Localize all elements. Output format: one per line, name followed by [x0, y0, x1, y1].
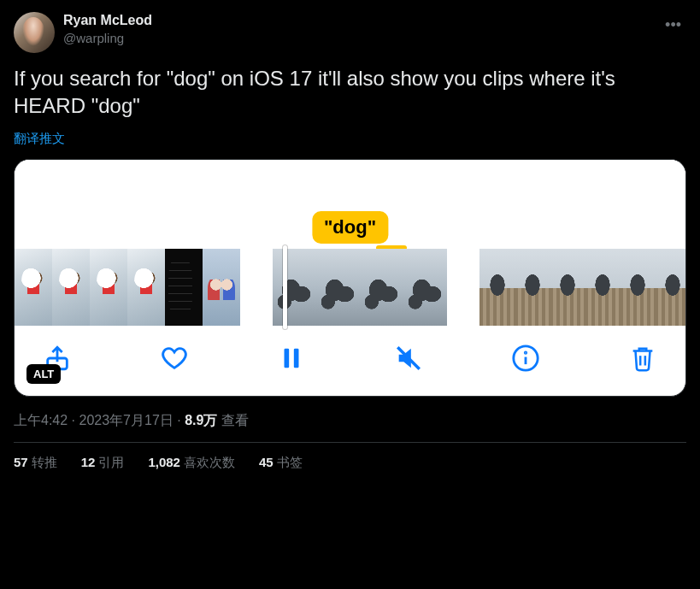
delete-button[interactable] [626, 341, 660, 375]
info-icon [511, 344, 540, 373]
quotes-label: 引用 [98, 455, 124, 469]
media-top-area: "dog" [15, 160, 685, 249]
bookmarks-label: 书签 [277, 455, 303, 469]
ellipsis-icon: ••• [665, 16, 681, 33]
quotes-count: 12 [81, 455, 96, 469]
timeline-frame [620, 249, 655, 326]
playhead[interactable] [283, 245, 287, 329]
pause-icon [277, 344, 306, 373]
svg-rect-2 [294, 348, 299, 368]
tweet-container: Ryan McLeod @warpling ••• If you search … [0, 0, 700, 483]
caption-label: "dog" [312, 211, 388, 244]
handle: @warpling [63, 30, 152, 47]
trash-icon [628, 344, 657, 373]
likes-count: 1,082 [148, 455, 180, 469]
media-card[interactable]: "dog" [14, 159, 686, 397]
tweet-metadata[interactable]: 上午4:42 · 2023年7月17日 · 8.9万 查看 [14, 412, 686, 430]
likes-label: 喜欢次数 [184, 455, 235, 469]
alt-badge[interactable]: ALT [26, 364, 61, 384]
timeline-frame [585, 249, 620, 326]
translate-link[interactable]: 翻译推文 [14, 131, 65, 147]
info-button[interactable] [509, 341, 543, 375]
clip-group-2[interactable] [273, 249, 447, 326]
svg-rect-1 [285, 348, 290, 368]
more-options-button[interactable]: ••• [660, 12, 686, 38]
bookmarks-count: 45 [259, 455, 274, 469]
timeline-frame [316, 249, 360, 326]
mute-button[interactable] [391, 341, 426, 375]
likes-stat[interactable]: 1,082喜欢次数 [148, 455, 235, 471]
retweets-label: 转推 [32, 455, 57, 469]
avatar[interactable] [14, 12, 55, 53]
video-timeline[interactable] [15, 249, 685, 326]
engagement-stats: 57转推 12引用 1,082喜欢次数 45书签 [14, 443, 686, 483]
tweet-header: Ryan McLeod @warpling ••• [14, 12, 686, 53]
clip-group-1[interactable] [15, 249, 240, 326]
timeline-frame [515, 249, 550, 326]
views-count: 8.9万 [185, 413, 217, 427]
speaker-muted-icon [394, 344, 423, 373]
quotes-stat[interactable]: 12引用 [81, 455, 125, 471]
display-name: Ryan McLeod [63, 12, 152, 30]
retweets-count: 57 [14, 455, 28, 469]
timeline-frame [127, 249, 165, 326]
heart-icon [160, 344, 189, 373]
timeline-frame [655, 249, 686, 326]
clip-group-3[interactable] [479, 249, 686, 326]
tweet-text: If you search for "dog" on iOS 17 it'll … [14, 65, 686, 121]
media-toolbar [15, 326, 685, 396]
tweet-date: 2023年7月17日 [79, 413, 173, 427]
retweets-stat[interactable]: 57转推 [14, 455, 57, 471]
svg-point-6 [525, 352, 526, 353]
favorite-button[interactable] [157, 341, 191, 375]
pause-button[interactable] [274, 341, 309, 375]
timeline-frame [360, 249, 403, 326]
timeline-frame [15, 249, 52, 326]
timeline-frame [203, 249, 240, 326]
views-label: 查看 [221, 413, 249, 427]
timeline-frame [550, 249, 585, 326]
timeline-frame [479, 249, 515, 326]
author-names[interactable]: Ryan McLeod @warpling [63, 12, 152, 46]
timeline-frame [165, 249, 203, 326]
timeline-frame [273, 249, 316, 326]
timeline-frame [90, 249, 127, 326]
timeline-frame [52, 249, 90, 326]
timeline-frame [403, 249, 447, 326]
tweet-time: 上午4:42 [14, 413, 68, 427]
bookmarks-stat[interactable]: 45书签 [259, 455, 303, 471]
